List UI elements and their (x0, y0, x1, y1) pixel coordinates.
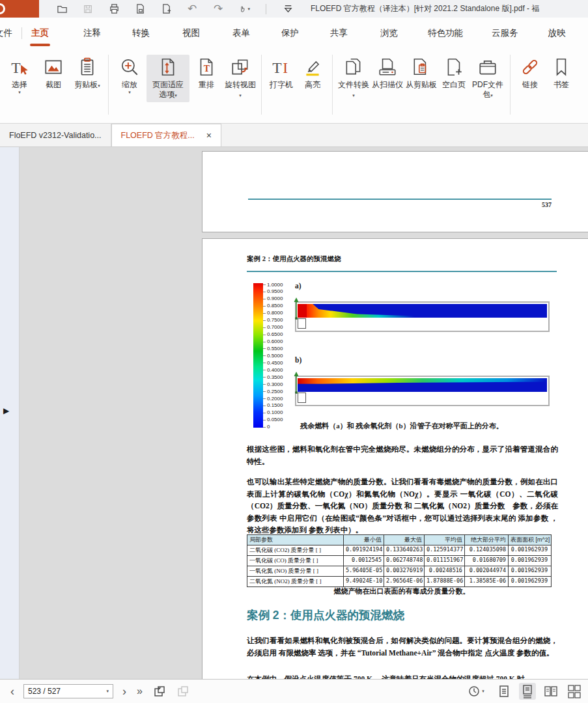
pdf-page-538: 案例 2：使用点火器的预混燃烧 1.00000.95000.90000.8500… (202, 238, 588, 679)
document-tab-bar: FloEFD v2312-Validatio... FLOEFD 官方教程...… (0, 124, 588, 147)
paragraph-2: 也可以输出某些特定燃烧产物的质量分数。让我们看看有毒燃烧产物的质量分数，例如在出… (247, 476, 558, 536)
table-row: 二氧化氮 (NO2) 质量分量 [ ] 9.49024E-10 2.96564E… (247, 577, 551, 586)
menu-tab-share[interactable]: 共享 (328, 18, 350, 48)
menu-tab-features[interactable]: 特色功能 (425, 18, 466, 48)
table-caption: 燃烧产物在出口表面的有毒成分质量分数。 (247, 586, 557, 596)
status-bar: ‹ 523 / 527 ▾ › » ▾ (0, 679, 588, 703)
menu-tab-home[interactable]: 主页 (29, 18, 51, 48)
figure-label-a: a) (295, 282, 301, 290)
print-icon[interactable] (108, 3, 120, 15)
menu-tab-cloud[interactable]: 云服务 (489, 18, 521, 48)
paragraph-1: 根据这些图，燃料和氧化剂在管中完全燃烧殆尽。未燃烧组分的分布，显示了沿着管道混合… (247, 443, 558, 467)
previous-view-icon[interactable] (148, 685, 171, 698)
link-button[interactable]: 链接 (514, 55, 546, 92)
page-number-537: 537 (248, 201, 552, 208)
menu-tab-view[interactable]: 视图 (180, 18, 203, 48)
section-heading: 案例 2：使用点火器的预混燃烧 (247, 607, 404, 623)
page-footer-rule (248, 199, 552, 200)
last-page-button[interactable]: » (132, 686, 148, 696)
view-mode-controls: ▾ (463, 683, 583, 700)
table-row: 一氧化氮 (NO) 质量分量 [ ] 5.96405E-05 0.0032769… (247, 566, 551, 577)
redo-icon[interactable]: ↷ (212, 3, 224, 15)
paragraph-4-clipped: 在本例中，假设点火温度值等于 700 K。 这意味着只有当混合物的温度超过 70… (247, 673, 558, 679)
single-page-view-icon[interactable] (496, 683, 512, 700)
fit-page-icon (158, 57, 178, 77)
from-clipboard-button[interactable]: 从剪贴板 (404, 55, 438, 92)
clipboard-button[interactable]: 剪贴板▾ (70, 55, 104, 92)
inlet-outline (298, 393, 306, 403)
snapshot-button[interactable]: 截图 (36, 55, 70, 92)
app-logo[interactable] (0, 0, 39, 18)
zoom-icon (119, 57, 140, 77)
menu-bar: 文件 主页 注释 转换 视图 表单 保护 共享 浏览 特色功能 云服务 放映 (0, 18, 588, 48)
toolbar-divider (266, 4, 266, 14)
ribbon-divider (510, 55, 511, 115)
highlight-icon (302, 57, 323, 77)
inlet-outline (298, 318, 306, 329)
pdf-portfolio-button[interactable]: PDF文件包▾ (469, 55, 506, 102)
svg-text:I: I (283, 59, 288, 76)
facing-view-icon[interactable] (542, 683, 559, 700)
blank-page-button[interactable]: 空白页 (438, 55, 469, 92)
fit-page-options-button[interactable]: 页面适应选项▾ (147, 55, 189, 102)
zoom-button[interactable]: 缩放 ▾ (113, 55, 147, 97)
table-row: 二氧化碳 (CO2) 质量分量 [ ] 0.091924194 0.133640… (247, 545, 551, 556)
auto-scroll-icon[interactable]: ▾ (463, 683, 489, 700)
pdf-page-537: 537 (202, 151, 588, 232)
reflow-icon: T (196, 57, 217, 77)
running-header: 案例 2：使用点火器的预混燃烧 (247, 255, 557, 264)
pdf-portfolio-icon (477, 57, 498, 77)
page-number-input[interactable]: 523 / 527 ▾ (23, 684, 113, 698)
save-icon[interactable] (82, 3, 94, 15)
reflow-button[interactable]: T 重排 (189, 55, 223, 92)
figure-label-b: b) (295, 356, 301, 364)
close-tab-icon[interactable]: × (206, 130, 212, 141)
select-tool-button[interactable]: T 选择 ▾ (3, 55, 36, 97)
doc-tab-floefd-validation[interactable]: FloEFD v2312-Validatio... (0, 124, 111, 146)
export-page-icon[interactable] (134, 3, 146, 15)
menu-tab-browse[interactable]: 浏览 (378, 18, 400, 48)
running-header-rule (247, 271, 557, 272)
simulation-image-oxidizer (295, 376, 550, 406)
collapse-toolbar-icon[interactable] (282, 3, 294, 15)
bookmark-button[interactable]: 书签 (546, 55, 577, 92)
clipboard-icon (77, 57, 98, 77)
menu-tab-form[interactable]: 表单 (230, 18, 253, 48)
menu-tab-present[interactable]: 放映 (546, 18, 568, 48)
snapshot-icon (43, 57, 64, 77)
select-icon: T (9, 57, 30, 77)
continuous-facing-view-icon[interactable] (566, 683, 583, 700)
open-file-icon[interactable] (56, 3, 68, 15)
file-convert-button[interactable]: 文件转换▾ (337, 55, 371, 102)
ribbon-toolbar: T 选择 ▾ 截图 剪贴板▾ 缩放 ▾ 页面适应选项▾ (0, 48, 588, 124)
link-icon (520, 57, 540, 77)
previous-page-button[interactable]: ‹ (5, 685, 20, 697)
scanner-icon (377, 57, 398, 77)
navigation-panel-collapsed: ▶ (0, 147, 20, 679)
doc-tab-floefd-tutorial[interactable]: FLOEFD 官方教程... × (111, 124, 221, 146)
document-view[interactable]: ▶ 537 案例 2：使用点火器的预混燃烧 1.00000.95000.9000… (0, 147, 588, 679)
rotate-view-button[interactable]: 旋转视图▾ (223, 55, 257, 102)
menu-tab-comment[interactable]: 注释 (81, 18, 104, 48)
menu-tab-file[interactable]: 文件 (0, 18, 15, 48)
simulation-image-fuel (295, 301, 550, 332)
menu-tab-protect[interactable]: 保护 (279, 18, 301, 48)
hand-tool-icon[interactable]: ▾ (238, 3, 250, 15)
page-list-caret-icon[interactable]: ▾ (106, 689, 109, 694)
expand-panel-icon[interactable]: ▶ (3, 406, 9, 415)
typewriter-icon: TI (271, 57, 292, 77)
next-page-button[interactable]: › (117, 685, 132, 697)
typewriter-button[interactable]: TI 打字机 (266, 55, 297, 92)
table-row: 一氧化碳 (CO) 质量分量 [ ] 0.0012545 0.062748748… (247, 556, 551, 566)
contour-plot-fuel (298, 304, 547, 318)
color-scale-bar (253, 283, 263, 428)
from-scanner-button[interactable]: 从扫描仪 (371, 55, 404, 92)
highlight-button[interactable]: 高亮 (297, 55, 328, 92)
add-page-icon[interactable] (160, 3, 172, 15)
continuous-view-icon[interactable] (519, 683, 536, 700)
next-view-icon[interactable] (171, 685, 195, 698)
undo-icon[interactable]: ↶ (186, 3, 198, 15)
ribbon-divider (261, 55, 262, 115)
menu-tab-convert[interactable]: 转换 (130, 18, 152, 48)
pdf-reader-window: ↶ ↷ ▾ FLOEFD 官方教程（译注本）[针对 2021.2 Standal… (0, 0, 588, 703)
